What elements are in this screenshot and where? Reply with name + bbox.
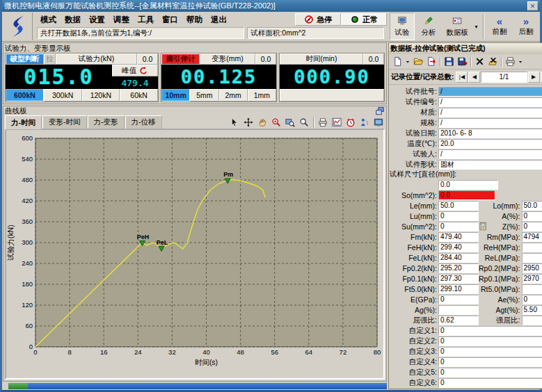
field-input-agt[interactable]: 5.50 bbox=[522, 305, 542, 315]
tab-deform-time[interactable]: 变形-时间 bbox=[42, 115, 87, 129]
normal-status-button[interactable]: 正常 bbox=[341, 13, 387, 26]
force-range-300kN[interactable]: 300kN bbox=[44, 89, 82, 101]
new-icon[interactable] bbox=[391, 56, 404, 68]
field-input-ft50[interactable]: 299.10 bbox=[438, 284, 479, 294]
cursor-tool-icon[interactable] bbox=[228, 116, 241, 128]
record-first-button[interactable]: |◀ bbox=[456, 72, 468, 83]
close-icon[interactable]: ✕ bbox=[527, 1, 538, 10]
field-input-ae[interactable]: 0 bbox=[522, 295, 542, 304]
field-input-tester[interactable]: / bbox=[438, 149, 542, 159]
field-input-material[interactable]: / bbox=[438, 108, 542, 117]
field-input-custom4[interactable]: 0 bbox=[438, 357, 542, 367]
field-input-rt50[interactable] bbox=[522, 284, 542, 294]
field-input-ag[interactable] bbox=[438, 305, 479, 315]
field-input-feh[interactable]: 299.40 bbox=[438, 243, 479, 252]
analysis-view-button[interactable]: 分析 bbox=[416, 13, 441, 40]
menu-item-7[interactable]: 退出 bbox=[207, 13, 230, 26]
page-next-button[interactable]: » 后翻 bbox=[513, 13, 539, 40]
zoom-window-tool-icon[interactable] bbox=[284, 116, 296, 128]
field-input-size[interactable]: 0.0 bbox=[438, 180, 498, 190]
print-caret-icon[interactable] bbox=[517, 56, 524, 68]
field-input-lo[interactable]: 50.0 bbox=[522, 201, 542, 211]
field-input-z[interactable]: 0 bbox=[522, 222, 542, 231]
field-input-fp01[interactable]: 297.30 bbox=[438, 274, 479, 284]
field-input-temperature[interactable]: 20.0 bbox=[438, 139, 542, 149]
restore-window-icon[interactable] bbox=[375, 106, 385, 116]
field-input-rm[interactable]: 4794 bbox=[522, 232, 542, 242]
emergency-stop-button[interactable]: 急停 bbox=[295, 13, 341, 26]
databoard-view-button[interactable]: 数据板 bbox=[443, 13, 472, 40]
menu-item-0[interactable]: 模式 bbox=[37, 13, 60, 26]
new-caret-icon[interactable] bbox=[404, 56, 411, 68]
break-judge-button[interactable]: 破型判断 bbox=[6, 54, 44, 65]
monitor-tool-icon[interactable] bbox=[372, 116, 385, 128]
menu-item-5[interactable]: 窗口 bbox=[159, 13, 182, 26]
delete-icon[interactable] bbox=[473, 56, 486, 68]
open-icon[interactable] bbox=[412, 56, 424, 68]
graph-tool-icon[interactable] bbox=[330, 116, 343, 128]
field-input-so[interactable]: 0.0 bbox=[438, 190, 495, 200]
field-input-custom5[interactable]: 0 bbox=[438, 368, 542, 377]
deform-range-5mm[interactable]: 5mm bbox=[190, 89, 218, 101]
save-as-icon[interactable] bbox=[456, 56, 468, 68]
field-input-batch-no[interactable]: / bbox=[438, 87, 542, 97]
peak-reset-icon[interactable] bbox=[138, 66, 148, 76]
menu-item-2[interactable]: 设置 bbox=[86, 13, 109, 26]
field-input-e[interactable]: 0 bbox=[438, 295, 479, 304]
hand-tool-icon[interactable] bbox=[256, 116, 269, 128]
inspect-tool-icon[interactable] bbox=[358, 116, 371, 128]
field-input-yield-ratio[interactable]: 0.62 bbox=[438, 316, 479, 325]
field-input-custom3[interactable]: 0 bbox=[438, 347, 542, 357]
field-input-fel[interactable]: 284.40 bbox=[438, 253, 479, 263]
menu-item-6[interactable]: 帮助 bbox=[183, 13, 206, 26]
alarm-tool-icon[interactable] bbox=[344, 116, 357, 128]
field-input-rel[interactable] bbox=[522, 253, 542, 263]
menu-item-4[interactable]: 工具 bbox=[134, 13, 157, 26]
field-input-custom2[interactable]: 0 bbox=[438, 336, 542, 346]
field-input-fp02[interactable]: 295.20 bbox=[438, 263, 479, 273]
tab-force-time[interactable]: 力-时间 bbox=[5, 115, 42, 129]
field-input-rp01[interactable]: 2970 bbox=[522, 274, 542, 284]
calculator-icon[interactable] bbox=[479, 221, 491, 231]
save-icon[interactable] bbox=[443, 56, 455, 68]
zoom-out-tool-icon[interactable] bbox=[298, 116, 310, 128]
field-input-tensile-yield-ratio[interactable] bbox=[522, 316, 542, 325]
field-input-a[interactable]: 0 bbox=[522, 211, 542, 221]
deform-range-10mm[interactable]: 10mm bbox=[161, 89, 190, 101]
force-range-60kN[interactable]: 60kN bbox=[120, 89, 158, 101]
tab-force-displacement[interactable]: 力-位移 bbox=[125, 115, 162, 129]
field-input-specimen-shape[interactable]: 圆材▼ bbox=[438, 160, 542, 170]
field-input-spec[interactable]: / bbox=[438, 118, 542, 128]
field-input-lu[interactable]: 0 bbox=[438, 211, 479, 221]
pull-mode-button[interactable]: 拉 bbox=[44, 54, 56, 65]
extensometer-button[interactable]: 摘引伸计 bbox=[161, 54, 200, 65]
move-tool-icon[interactable] bbox=[242, 116, 255, 128]
field-input-fm[interactable]: 479.40 bbox=[438, 232, 479, 242]
field-input-specimen-no[interactable]: / bbox=[438, 97, 542, 107]
menu-item-3[interactable]: 调整 bbox=[110, 13, 133, 26]
print-tool-icon[interactable] bbox=[317, 116, 329, 128]
record-next-button[interactable]: ▶ bbox=[528, 72, 540, 83]
field-input-su[interactable]: 0 bbox=[438, 222, 479, 231]
field-input-custom6[interactable]: 0 bbox=[438, 378, 542, 388]
deform-range-2mm[interactable]: 2mm bbox=[219, 89, 248, 101]
field-input-rp02[interactable]: 2950 bbox=[522, 263, 542, 273]
menu-item-1[interactable]: 数据 bbox=[61, 13, 84, 26]
field-input-reh[interactable] bbox=[522, 243, 542, 252]
chart-area[interactable]: 0816243240485664728006012018024030036042… bbox=[5, 129, 385, 379]
force-range-120kN[interactable]: 120kN bbox=[82, 89, 120, 101]
databoard-dropdown-icon[interactable]: ▾ bbox=[473, 13, 479, 40]
export-icon[interactable] bbox=[425, 56, 438, 68]
delete-all-icon[interactable] bbox=[486, 56, 499, 68]
tab-force-deform[interactable]: 力-变形 bbox=[88, 115, 125, 129]
page-prev-button[interactable]: « 前翻 bbox=[487, 13, 512, 40]
print-icon[interactable] bbox=[504, 56, 516, 68]
zoom-in-tool-icon[interactable] bbox=[270, 116, 282, 128]
field-input-le[interactable]: 50.0 bbox=[438, 201, 479, 211]
test-view-button[interactable]: 试验 bbox=[390, 13, 415, 40]
deform-range-1mm[interactable]: 1mm bbox=[248, 89, 276, 101]
field-input-custom1[interactable]: 0 bbox=[438, 326, 542, 336]
record-prev-button[interactable]: ◀ bbox=[468, 72, 480, 83]
force-range-600kN[interactable]: 600kN bbox=[6, 89, 44, 101]
field-input-test-date[interactable]: 2010- 6- 8▼ bbox=[438, 129, 542, 138]
